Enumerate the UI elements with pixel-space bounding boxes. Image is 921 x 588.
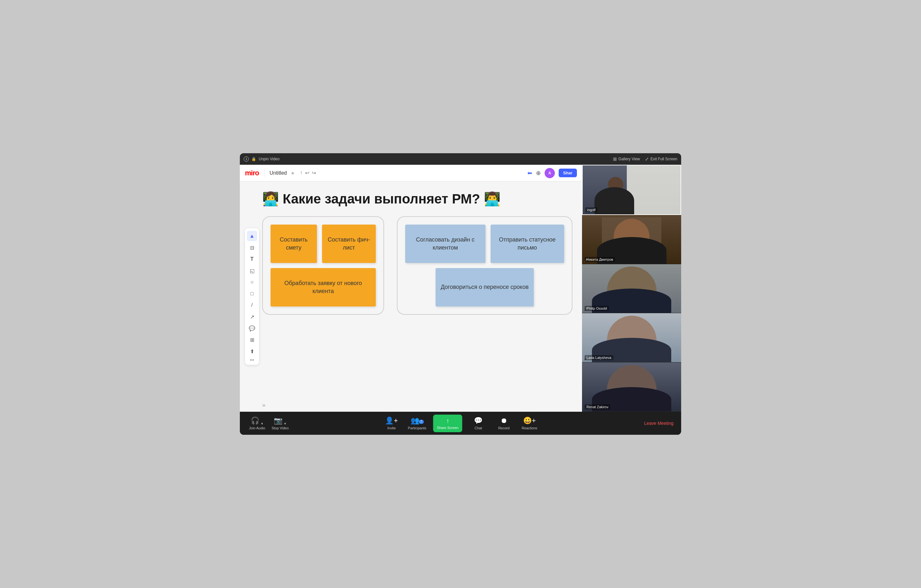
fullscreen-icon: ⤢	[645, 156, 649, 161]
frames-tool[interactable]: ⊟	[247, 243, 257, 253]
arrow-tool[interactable]: ↗	[247, 311, 257, 322]
orange-group: Составить смету Составить фич-лист Обраб…	[262, 216, 384, 315]
participants-badge: 7	[418, 420, 424, 424]
more-tools[interactable]: •••	[247, 358, 257, 362]
orange-row-2: Обработать заявку от нового клиента	[270, 268, 376, 306]
participants-button[interactable]: 👥 7 Participants	[407, 417, 426, 430]
record-label: Record	[498, 426, 509, 430]
chat-icon: 💬	[474, 417, 483, 425]
blue-row-2: Договориться о переносе сроков	[405, 268, 564, 306]
video-name-3: Philip Ossobl	[584, 306, 609, 311]
person-1	[592, 173, 637, 214]
collapse-hint[interactable]: »	[262, 402, 265, 409]
note-fich[interactable]: Составить фич-лист	[322, 225, 376, 263]
share-button[interactable]: Shar	[559, 169, 577, 177]
chat-button[interactable]: 💬 Chat	[469, 417, 488, 430]
top-bar: ℹ 🔒 Unpin Video ⊞ Gallery View ⤢ Exit Fu…	[240, 153, 681, 165]
unpin-video-label[interactable]: Unpin Video	[259, 157, 280, 161]
record-icon: ⏺	[501, 417, 508, 425]
video-feed-1: ingolf	[582, 165, 681, 215]
gallery-view-label: Gallery View	[618, 157, 640, 161]
video-feed-5: Renat Zakirov	[582, 362, 681, 412]
undo-icon[interactable]: ↩	[305, 170, 309, 176]
video-name-2: Никита Дмитров	[584, 257, 615, 262]
stop-video-button[interactable]: 📷 ▲ Stop Video	[270, 417, 290, 430]
invite-button[interactable]: 👤+ Invite	[382, 417, 401, 430]
board-title-text: Какие задачи выполняет РМ?	[283, 191, 480, 207]
text-tool[interactable]: T	[247, 254, 257, 264]
board-content: 👩‍💻 Какие задачи выполняет РМ? 👨‍💻 Соста…	[262, 191, 573, 406]
video-feed-2: 🎤 Никита Дмитров	[582, 215, 681, 264]
app-window: ℹ 🔒 Unpin Video ⊞ Gallery View ⤢ Exit Fu…	[240, 153, 681, 435]
gallery-view-button[interactable]: ⊞ Gallery View	[613, 156, 640, 161]
note-soglasovat[interactable]: Согласовать дизайн с клиентом	[405, 225, 485, 263]
note-obrabotka[interactable]: Обработать заявку от нового клиента	[270, 268, 376, 306]
pen-tool[interactable]: /	[247, 300, 257, 310]
join-audio-button[interactable]: 🎧 ▲ Join Audio	[247, 417, 267, 430]
note-dogovoritsya[interactable]: Договориться о переносе сроков	[436, 268, 534, 306]
participants-label: Participants	[408, 426, 426, 430]
video-name-4: Lada Latysheva	[584, 355, 613, 360]
top-bar-right: ⊞ Gallery View ⤢ Exit Full Screen	[613, 156, 677, 161]
header-right: ⬅ ⊕ A Shar	[527, 168, 577, 178]
share-screen-label: Share Screen	[437, 426, 458, 430]
video-caret: ▲	[284, 421, 287, 425]
miro-header: miro Untitled ★ ↑ ↩ ↪ ⬅ ⊕ A Shar	[240, 165, 582, 181]
cursor-icon: ⬅	[527, 169, 532, 177]
upload-tool[interactable]: ⬆	[247, 346, 257, 357]
audio-caret: ▲	[260, 421, 264, 425]
user-avatar: A	[545, 168, 555, 178]
note-groups: Составить смету Составить фич-лист Обраб…	[262, 216, 573, 315]
chat-label: Chat	[475, 426, 482, 430]
star-icon[interactable]: ★	[291, 171, 295, 176]
bottom-bar-left: 🎧 ▲ Join Audio 📷 ▲ Stop Video	[247, 417, 290, 430]
reactions-icon: 😀+	[523, 417, 536, 425]
record-button[interactable]: ⏺ Record	[495, 417, 514, 430]
video-bg-2	[582, 215, 681, 264]
redo-icon[interactable]: ↪	[312, 170, 316, 176]
invite-icon[interactable]: ⊕	[536, 169, 541, 177]
note-smeta[interactable]: Составить смету	[270, 225, 317, 263]
leave-meeting-label: Leave Meeting	[644, 421, 674, 426]
canvas-content: ▲ ⊟ T ◱ ○ □ / ↗ 💬 ⊞ ⬆ ••• 👩‍💻	[240, 181, 582, 412]
sticky-tool[interactable]: □	[247, 288, 257, 299]
video-feed-4: 🎤 Lada Latysheva	[582, 313, 681, 362]
grid-tool[interactable]: ⊞	[247, 335, 257, 345]
board-title[interactable]: Untitled	[270, 170, 287, 176]
bottom-bar-center: 👤+ Invite 👥 7 Participants ↑ Share Scree…	[382, 415, 539, 432]
select-tool[interactable]: ▲	[247, 231, 257, 241]
video-icon: 📷	[274, 417, 282, 425]
orange-row-1: Составить смету Составить фич-лист	[270, 225, 376, 263]
board-heading: 👩‍💻 Какие задачи выполняет РМ? 👨‍💻	[262, 191, 573, 207]
upload-icon[interactable]: ↑	[300, 170, 303, 176]
bottom-bar: 🎧 ▲ Join Audio 📷 ▲ Stop Video 👤+ Invite	[240, 412, 681, 435]
comment-tool[interactable]: 💬	[247, 323, 257, 333]
share-screen-icon: ↑	[446, 417, 449, 425]
info-icon: ℹ	[244, 156, 249, 161]
ellipse-tool[interactable]: ○	[247, 277, 257, 287]
emoji-right: 👨‍💻	[484, 191, 501, 207]
miro-logo: miro	[245, 169, 259, 177]
video-feed-3: 🎤 Philip Ossobl	[582, 264, 681, 314]
toolbar-icons: ↑ ↩ ↪	[300, 170, 316, 176]
exit-fullscreen-label: Exit Full Screen	[651, 157, 677, 161]
emoji-left: 👩‍💻	[262, 191, 279, 207]
video-bg-1	[583, 165, 680, 214]
lock-icon: 🔒	[251, 157, 256, 161]
reactions-label: Reactions	[522, 426, 537, 430]
grid-icon: ⊞	[613, 156, 617, 161]
invite-label: Invite	[387, 426, 395, 430]
blue-row-1: Согласовать дизайн с клиентом Отправить …	[405, 225, 564, 263]
shape-tool[interactable]: ◱	[247, 265, 257, 276]
reactions-button[interactable]: 😀+ Reactions	[520, 417, 539, 430]
join-audio-label: Join Audio	[249, 426, 265, 430]
main-area: miro Untitled ★ ↑ ↩ ↪ ⬅ ⊕ A Shar	[240, 165, 681, 412]
share-screen-button[interactable]: ↑ Share Screen	[433, 415, 462, 432]
leave-meeting-button[interactable]: Leave Meeting	[644, 421, 674, 426]
note-otpravit[interactable]: Отправить статусное письмо	[491, 225, 564, 263]
audio-icon: 🎧	[251, 417, 259, 425]
exit-fullscreen-button[interactable]: ⤢ Exit Full Screen	[645, 156, 677, 161]
top-bar-left: ℹ 🔒 Unpin Video	[244, 156, 280, 161]
canvas-area: miro Untitled ★ ↑ ↩ ↪ ⬅ ⊕ A Shar	[240, 165, 582, 412]
blue-group: Согласовать дизайн с клиентом Отправить …	[397, 216, 573, 315]
